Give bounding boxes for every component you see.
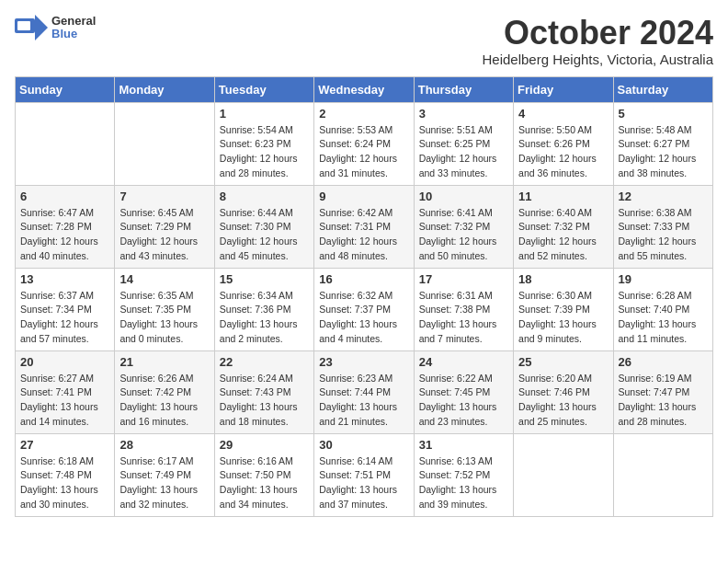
day-number: 25 [518,355,608,369]
day-number: 13 [20,272,109,286]
day-info: Sunrise: 6:40 AM Sunset: 7:32 PM Dayligh… [518,206,608,264]
calendar-table: SundayMondayTuesdayWednesdayThursdayFrid… [15,76,713,517]
day-info: Sunrise: 6:41 AM Sunset: 7:32 PM Dayligh… [419,206,508,264]
day-number: 11 [518,190,608,203]
calendar-week-row: 20Sunrise: 6:27 AM Sunset: 7:41 PM Dayli… [16,350,713,433]
day-number: 9 [319,190,408,203]
calendar-cell: 6Sunrise: 6:47 AM Sunset: 7:28 PM Daylig… [16,185,115,268]
day-info: Sunrise: 6:23 AM Sunset: 7:44 PM Dayligh… [319,372,408,430]
day-info: Sunrise: 6:47 AM Sunset: 7:28 PM Dayligh… [20,206,109,264]
logo-text-general: General [51,15,96,28]
day-number: 3 [419,107,508,121]
day-number: 14 [119,272,209,286]
day-number: 26 [619,355,708,369]
calendar-cell: 24Sunrise: 6:22 AM Sunset: 7:45 PM Dayli… [414,350,513,433]
calendar-cell [514,433,613,516]
day-of-week-header: Thursday [414,76,513,102]
calendar-cell: 31Sunrise: 6:13 AM Sunset: 7:52 PM Dayli… [414,433,513,516]
day-info: Sunrise: 6:32 AM Sunset: 7:37 PM Dayligh… [319,289,408,347]
day-number: 21 [119,355,209,369]
day-info: Sunrise: 5:48 AM Sunset: 6:27 PM Dayligh… [619,123,708,181]
day-info: Sunrise: 6:16 AM Sunset: 7:50 PM Dayligh… [220,454,309,512]
day-info: Sunrise: 6:18 AM Sunset: 7:48 PM Dayligh… [20,454,109,512]
day-of-week-header: Wednesday [314,76,414,102]
day-number: 12 [619,190,708,203]
day-of-week-header: Friday [514,76,613,102]
day-number: 8 [220,190,309,203]
calendar-cell: 22Sunrise: 6:24 AM Sunset: 7:43 PM Dayli… [214,350,313,433]
calendar-cell: 30Sunrise: 6:14 AM Sunset: 7:51 PM Dayli… [314,433,414,516]
calendar-cell: 10Sunrise: 6:41 AM Sunset: 7:32 PM Dayli… [414,185,513,268]
calendar-cell: 8Sunrise: 6:44 AM Sunset: 7:30 PM Daylig… [214,185,313,268]
calendar-cell [613,433,712,516]
month-title: October 2024 [482,15,713,52]
calendar-cell: 14Sunrise: 6:35 AM Sunset: 7:35 PM Dayli… [115,268,214,350]
day-number: 1 [220,107,309,121]
logo-text-blue: Blue [51,28,96,40]
day-number: 28 [119,438,209,452]
day-info: Sunrise: 5:51 AM Sunset: 6:25 PM Dayligh… [419,123,508,181]
calendar-cell: 17Sunrise: 6:31 AM Sunset: 7:38 PM Dayli… [414,268,513,350]
day-info: Sunrise: 6:27 AM Sunset: 7:41 PM Dayligh… [20,372,109,430]
svg-marker-1 [35,15,48,40]
day-number: 22 [220,355,309,369]
day-number: 6 [20,190,109,203]
calendar-cell: 15Sunrise: 6:34 AM Sunset: 7:36 PM Dayli… [214,268,313,350]
day-info: Sunrise: 5:50 AM Sunset: 6:26 PM Dayligh… [518,123,608,181]
calendar-cell: 26Sunrise: 6:19 AM Sunset: 7:47 PM Dayli… [613,350,712,433]
day-info: Sunrise: 6:13 AM Sunset: 7:52 PM Dayligh… [419,454,508,512]
calendar-cell: 19Sunrise: 6:28 AM Sunset: 7:40 PM Dayli… [613,268,712,350]
day-info: Sunrise: 6:44 AM Sunset: 7:30 PM Dayligh… [220,206,309,264]
day-number: 29 [220,438,309,452]
day-number: 23 [319,355,408,369]
calendar-cell: 13Sunrise: 6:37 AM Sunset: 7:34 PM Dayli… [16,268,115,350]
day-info: Sunrise: 6:14 AM Sunset: 7:51 PM Dayligh… [319,454,408,512]
calendar-week-row: 13Sunrise: 6:37 AM Sunset: 7:34 PM Dayli… [16,268,713,350]
day-info: Sunrise: 6:45 AM Sunset: 7:29 PM Dayligh… [119,206,209,264]
calendar-cell: 1Sunrise: 5:54 AM Sunset: 6:23 PM Daylig… [214,102,313,185]
day-info: Sunrise: 6:26 AM Sunset: 7:42 PM Dayligh… [119,372,209,430]
calendar-week-row: 27Sunrise: 6:18 AM Sunset: 7:48 PM Dayli… [16,433,713,516]
calendar-cell: 25Sunrise: 6:20 AM Sunset: 7:46 PM Dayli… [514,350,613,433]
day-number: 15 [220,272,309,286]
day-of-week-header: Tuesday [214,76,313,102]
day-number: 20 [20,355,109,369]
day-info: Sunrise: 6:35 AM Sunset: 7:35 PM Dayligh… [119,289,209,347]
title-block: October 2024 Heidelberg Heights, Victori… [482,15,713,67]
calendar-cell: 18Sunrise: 6:30 AM Sunset: 7:39 PM Dayli… [514,268,613,350]
day-info: Sunrise: 6:37 AM Sunset: 7:34 PM Dayligh… [20,289,109,347]
calendar-cell: 4Sunrise: 5:50 AM Sunset: 6:26 PM Daylig… [514,102,613,185]
calendar-cell [16,102,115,185]
calendar-cell: 11Sunrise: 6:40 AM Sunset: 7:32 PM Dayli… [514,185,613,268]
calendar-cell: 2Sunrise: 5:53 AM Sunset: 6:24 PM Daylig… [314,102,414,185]
day-info: Sunrise: 6:42 AM Sunset: 7:31 PM Dayligh… [319,206,408,264]
day-info: Sunrise: 6:38 AM Sunset: 7:33 PM Dayligh… [619,206,708,264]
calendar-cell [115,102,214,185]
day-info: Sunrise: 6:22 AM Sunset: 7:45 PM Dayligh… [419,372,508,430]
calendar-cell: 5Sunrise: 5:48 AM Sunset: 6:27 PM Daylig… [613,102,712,185]
calendar-cell: 23Sunrise: 6:23 AM Sunset: 7:44 PM Dayli… [314,350,414,433]
day-info: Sunrise: 6:30 AM Sunset: 7:39 PM Dayligh… [518,289,608,347]
calendar-week-row: 6Sunrise: 6:47 AM Sunset: 7:28 PM Daylig… [16,185,713,268]
day-info: Sunrise: 6:31 AM Sunset: 7:38 PM Dayligh… [419,289,508,347]
calendar-cell: 28Sunrise: 6:17 AM Sunset: 7:49 PM Dayli… [115,433,214,516]
day-number: 19 [619,272,708,286]
day-number: 27 [20,438,109,452]
calendar-week-row: 1Sunrise: 5:54 AM Sunset: 6:23 PM Daylig… [16,102,713,185]
calendar-cell: 27Sunrise: 6:18 AM Sunset: 7:48 PM Dayli… [16,433,115,516]
day-of-week-header: Sunday [16,76,115,102]
day-number: 5 [619,107,708,121]
day-number: 17 [419,272,508,286]
day-info: Sunrise: 6:24 AM Sunset: 7:43 PM Dayligh… [220,372,309,430]
day-info: Sunrise: 6:28 AM Sunset: 7:40 PM Dayligh… [619,289,708,347]
day-info: Sunrise: 6:19 AM Sunset: 7:47 PM Dayligh… [619,372,708,430]
location-subtitle: Heidelberg Heights, Victoria, Australia [482,52,713,67]
page-header: General Blue October 2024 Heidelberg Hei… [15,15,713,67]
day-info: Sunrise: 5:54 AM Sunset: 6:23 PM Dayligh… [220,123,309,181]
day-number: 18 [518,272,608,286]
day-number: 24 [419,355,508,369]
svg-rect-2 [17,21,30,30]
day-number: 4 [518,107,608,121]
calendar-cell: 20Sunrise: 6:27 AM Sunset: 7:41 PM Dayli… [16,350,115,433]
calendar-cell: 7Sunrise: 6:45 AM Sunset: 7:29 PM Daylig… [115,185,214,268]
